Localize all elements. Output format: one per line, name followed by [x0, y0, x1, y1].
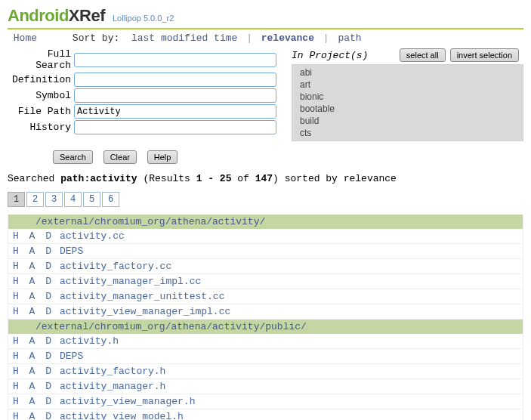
file-link[interactable]: activity_factory.h	[60, 366, 165, 377]
results-query: path:activity	[60, 173, 137, 184]
project-item[interactable]: bionic	[292, 91, 523, 103]
had-links[interactable]: H A D	[13, 351, 60, 362]
file-row: H A Dactivity_view_manager_impl.cc	[8, 304, 523, 320]
pager-page[interactable]: 3	[45, 192, 63, 207]
pager: 123456	[8, 192, 523, 207]
file-link[interactable]: activity_view_model.h	[60, 411, 184, 420]
results-m1: (Results	[137, 173, 196, 184]
file-link[interactable]: activity_view_manager.h	[60, 396, 195, 407]
had-links[interactable]: H A D	[13, 396, 60, 407]
results-suffix: ) sorted by relevance	[273, 173, 397, 184]
project-item[interactable]: build	[292, 115, 523, 127]
results-total: 147	[255, 173, 273, 184]
search-form: Full Search Definition Symbol File Path …	[8, 48, 276, 136]
dir-link[interactable]: /external/chromium_org/athena/activity/	[36, 216, 265, 227]
search-button[interactable]: Search	[53, 150, 93, 164]
file-row: H A Dactivity_factory.cc	[8, 259, 523, 274]
results-prefix: Searched	[8, 173, 60, 184]
file-row: H A Dactivity.h	[8, 334, 523, 349]
had-links[interactable]: H A D	[13, 291, 60, 302]
sortby-label: Sort by:	[73, 32, 119, 44]
file-row: H A Dactivity_view_model.h	[8, 409, 523, 420]
had-links[interactable]: H A D	[13, 381, 60, 392]
had-links[interactable]: H A D	[13, 306, 60, 317]
symbol-input[interactable]	[74, 88, 276, 103]
project-item[interactable]: abi	[292, 66, 523, 79]
file-link[interactable]: DEPS	[60, 351, 83, 362]
definition-input[interactable]	[74, 73, 276, 87]
project-item[interactable]: art	[292, 79, 523, 91]
file-link[interactable]: activity_factory.cc	[60, 261, 171, 272]
had-links[interactable]: H A D	[13, 261, 60, 272]
dir-row: /external/chromium_org/athena/activity/p…	[8, 320, 523, 334]
results-range: 1 - 25	[196, 173, 232, 184]
label-full-search: Full Search	[8, 48, 74, 71]
file-row: H A DDEPS	[8, 349, 523, 364]
file-row: H A Dactivity_view_manager.h	[8, 394, 523, 409]
file-row: H A Dactivity.cc	[8, 229, 523, 244]
label-file-path: File Path	[8, 106, 74, 117]
home-link[interactable]: Home	[14, 32, 37, 44]
had-links[interactable]: H A D	[13, 230, 60, 242]
results-summary: Searched path:activity (Results 1 - 25 o…	[8, 173, 523, 184]
full-search-input[interactable]	[74, 53, 276, 67]
file-link[interactable]: activity.h	[60, 335, 119, 347]
project-list[interactable]: abiartbionicbootablebuildcts	[292, 64, 523, 141]
had-links[interactable]: H A D	[13, 246, 60, 257]
history-input[interactable]	[74, 120, 276, 134]
help-button[interactable]: Help	[147, 150, 178, 164]
pager-page[interactable]: 4	[64, 192, 82, 207]
label-symbol: Symbol	[8, 90, 74, 101]
file-row: H A Dactivity_manager_impl.cc	[8, 274, 523, 289]
file-row: H A Dactivity_factory.h	[8, 364, 523, 379]
pager-page[interactable]: 2	[26, 192, 44, 207]
had-links[interactable]: H A D	[13, 411, 60, 420]
sort-path[interactable]: path	[338, 32, 361, 44]
sort-lmt[interactable]: last modified time	[131, 32, 237, 44]
file-link[interactable]: activity_manager_unittest.cc	[60, 291, 224, 302]
pager-page[interactable]: 1	[8, 192, 25, 207]
nav-row: Home Sort by: last modified time | relev…	[8, 32, 523, 44]
invert-selection-button[interactable]: invert selection	[450, 48, 519, 62]
file-row: H A DDEPS	[8, 244, 523, 259]
file-row: H A Dactivity_manager_unittest.cc	[8, 289, 523, 304]
project-item[interactable]: bootable	[292, 103, 523, 115]
project-item[interactable]: cts	[292, 127, 523, 139]
header-rule	[8, 28, 523, 29]
sort-relevance[interactable]: relevance	[261, 32, 314, 44]
file-link[interactable]: DEPS	[60, 246, 83, 257]
results-list: /external/chromium_org/athena/activity/H…	[8, 215, 523, 420]
dir-link[interactable]: /external/chromium_org/athena/activity/p…	[36, 321, 307, 332]
had-links[interactable]: H A D	[13, 335, 60, 347]
select-all-button[interactable]: select all	[400, 48, 446, 62]
file-path-input[interactable]	[74, 104, 276, 119]
logo-android: Android	[8, 6, 69, 26]
file-link[interactable]: activity.cc	[60, 230, 125, 242]
version-label: Lollipop 5.0.0_r2	[113, 14, 174, 23]
dir-row: /external/chromium_org/athena/activity/	[8, 215, 523, 229]
label-history: History	[8, 122, 74, 133]
pager-page[interactable]: 6	[102, 192, 119, 207]
had-links[interactable]: H A D	[13, 276, 60, 287]
file-link[interactable]: activity_manager_impl.cc	[60, 276, 201, 287]
file-link[interactable]: activity_view_manager_impl.cc	[60, 306, 230, 317]
label-definition: Definition	[8, 74, 74, 85]
in-projects-label: In Project(s)	[292, 50, 368, 61]
file-row: H A Dactivity_manager.h	[8, 379, 523, 394]
logo-xref: XRef	[69, 6, 105, 26]
file-link[interactable]: activity_manager.h	[60, 381, 165, 392]
results-m2: of	[231, 173, 255, 184]
had-links[interactable]: H A D	[13, 366, 60, 377]
clear-button[interactable]: Clear	[103, 150, 137, 164]
pager-page[interactable]: 5	[83, 192, 100, 207]
